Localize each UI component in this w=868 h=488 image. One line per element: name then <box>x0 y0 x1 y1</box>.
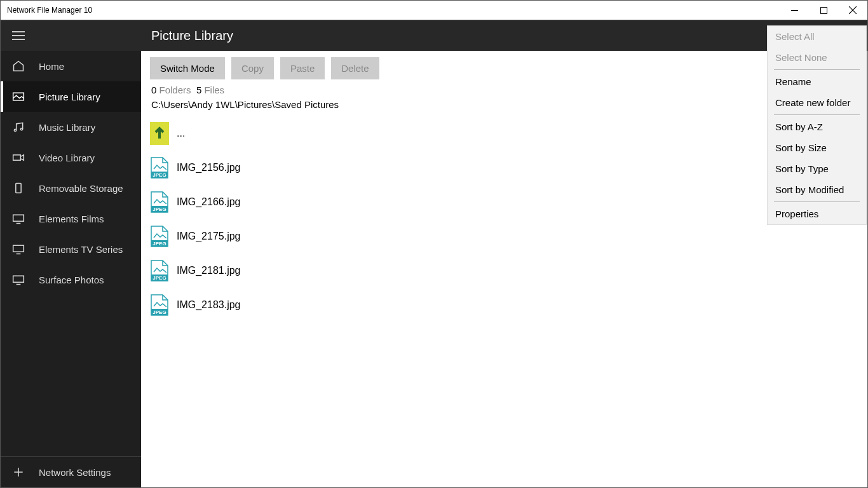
sidebar-item-network-settings[interactable]: Network Settings <box>1 457 141 487</box>
file-row[interactable]: JPEG IMG_2156.jpg <box>147 151 861 185</box>
file-name: IMG_2166.jpg <box>177 196 241 208</box>
sidebar-item-label: Surface Photos <box>39 274 104 285</box>
menu-sort-size[interactable]: Sort by Size <box>768 137 866 158</box>
files-count: 5 <box>196 85 201 95</box>
jpeg-file-icon: JPEG <box>150 225 169 248</box>
monitor-icon <box>12 243 25 255</box>
parent-folder-row[interactable]: ... <box>147 116 861 151</box>
file-row[interactable]: JPEG IMG_2183.jpg <box>147 288 861 322</box>
menu-rename[interactable]: Rename <box>768 71 866 92</box>
parent-folder-label: ... <box>177 128 185 139</box>
window-title: Network File Manager 10 <box>7 6 92 15</box>
main-area: Picture Library Switch Mode Copy Paste D… <box>141 20 867 487</box>
close-button[interactable] <box>838 1 867 20</box>
file-name: IMG_2181.jpg <box>177 265 241 276</box>
file-name: IMG_2183.jpg <box>177 299 241 311</box>
sidebar-item-label: Music Library <box>39 122 95 133</box>
file-name: IMG_2156.jpg <box>177 162 241 173</box>
sidebar-item-label: Network Settings <box>39 467 111 478</box>
jpeg-file-icon: JPEG <box>150 259 169 282</box>
file-row[interactable]: JPEG IMG_2166.jpg <box>147 185 861 219</box>
copy-button[interactable]: Copy <box>231 57 274 79</box>
sidebar-item-elements-films[interactable]: Elements Films <box>1 203 141 234</box>
svg-point-8 <box>14 129 16 131</box>
window-controls <box>780 1 867 20</box>
jpeg-file-icon: JPEG <box>150 191 169 214</box>
menu-sort-type[interactable]: Sort by Type <box>768 158 866 179</box>
sidebar-item-picture-library[interactable]: Picture Library <box>1 81 141 112</box>
nav-list: Home Picture Library Music Library <box>1 51 141 456</box>
svg-text:JPEG: JPEG <box>153 207 166 212</box>
maximize-button[interactable] <box>809 1 838 20</box>
folders-count: 0 <box>151 85 156 95</box>
sidebar-item-label: Elements Films <box>39 214 104 224</box>
toolbar: Switch Mode Copy Paste Delete <box>141 51 867 85</box>
monitor-icon <box>12 212 25 225</box>
sidebar-item-removable-storage[interactable]: Removable Storage <box>1 173 141 203</box>
menu-sort-az[interactable]: Sort by A-Z <box>768 116 866 137</box>
menu-separator <box>774 69 860 70</box>
sidebar-item-label: Picture Library <box>39 92 100 102</box>
music-icon <box>12 121 25 133</box>
menu-properties[interactable]: Properties <box>768 203 866 224</box>
menu-select-all[interactable]: Select All <box>768 26 866 47</box>
menu-separator <box>774 114 860 115</box>
sidebar-item-elements-tv-series[interactable]: Elements TV Series <box>1 234 141 264</box>
svg-rect-1 <box>820 7 827 13</box>
status-line: 0 Folders 5 Files <box>141 85 867 99</box>
svg-text:JPEG: JPEG <box>153 172 166 178</box>
paste-button[interactable]: Paste <box>280 57 325 79</box>
svg-text:JPEG: JPEG <box>153 241 166 247</box>
sidebar-item-label: Elements TV Series <box>39 244 123 255</box>
up-folder-icon <box>150 122 169 145</box>
svg-rect-16 <box>13 276 24 282</box>
sidebar-item-music-library[interactable]: Music Library <box>1 112 141 142</box>
folders-label: Folders <box>159 85 191 95</box>
current-path: C:\Users\Andy 1WL\Pictures\Saved Picture… <box>141 99 867 116</box>
sidebar-item-label: Home <box>39 61 64 72</box>
svg-text:JPEG: JPEG <box>153 275 166 281</box>
svg-rect-11 <box>16 184 21 193</box>
file-name: IMG_2175.jpg <box>177 231 241 242</box>
svg-rect-12 <box>13 215 24 221</box>
files-label: Files <box>204 85 224 95</box>
monitor-icon <box>12 273 25 286</box>
home-icon <box>12 60 25 72</box>
sidebar-item-video-library[interactable]: Video Library <box>1 142 141 173</box>
plus-icon <box>12 466 25 478</box>
context-menu: Select All Select None Rename Create new… <box>767 25 867 225</box>
picture-icon <box>12 90 25 103</box>
menu-sort-modified[interactable]: Sort by Modified <box>768 179 866 200</box>
page-title: Picture Library <box>151 29 233 43</box>
svg-rect-10 <box>13 155 21 160</box>
svg-rect-14 <box>13 245 24 252</box>
jpeg-file-icon: JPEG <box>150 156 169 179</box>
titlebar: Network File Manager 10 <box>1 1 867 20</box>
svg-text:JPEG: JPEG <box>153 309 166 315</box>
sidebar-item-label: Video Library <box>39 152 95 163</box>
hamburger-button[interactable] <box>1 20 141 51</box>
menu-create-folder[interactable]: Create new folder <box>768 92 866 113</box>
file-row[interactable]: JPEG IMG_2181.jpg <box>147 254 861 288</box>
video-icon <box>12 151 25 164</box>
svg-point-9 <box>20 128 22 130</box>
delete-button[interactable]: Delete <box>331 57 379 79</box>
menu-separator <box>774 201 860 202</box>
menu-select-none[interactable]: Select None <box>768 47 866 68</box>
file-row[interactable]: JPEG IMG_2175.jpg <box>147 219 861 254</box>
sidebar: Home Picture Library Music Library <box>1 20 141 487</box>
jpeg-file-icon: JPEG <box>150 294 169 316</box>
sidebar-item-surface-photos[interactable]: Surface Photos <box>1 264 141 295</box>
page-header: Picture Library <box>141 20 867 51</box>
file-list: ... JPEG IMG_2156.jpg JPEG IMG_2166.jpg <box>141 116 867 322</box>
sidebar-item-home[interactable]: Home <box>1 51 141 81</box>
sidebar-item-label: Removable Storage <box>39 183 123 194</box>
tablet-icon <box>12 182 25 194</box>
switch-mode-button[interactable]: Switch Mode <box>150 57 225 79</box>
minimize-button[interactable] <box>780 1 809 20</box>
